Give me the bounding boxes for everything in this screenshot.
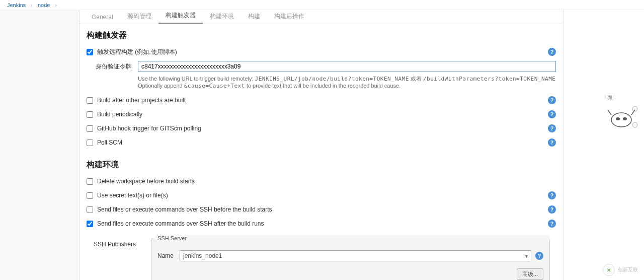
build-after-checkbox[interactable] (87, 97, 93, 104)
config-tabs: General 源码管理 构建触发器 构建环境 构建 构建后操作 (79, 10, 563, 24)
trigger-opt-row: GitHub hook trigger for GITScm polling ? (87, 123, 556, 133)
section-title-triggers: 构建触发器 (87, 30, 556, 41)
delete-workspace-checkbox[interactable] (87, 178, 93, 185)
section-title-env: 构建环境 (87, 160, 556, 170)
env-opt-row: Send files or execute commands over SSH … (87, 219, 556, 229)
left-sidebar (0, 10, 79, 280)
hint-url2: /buildWithParameters?token=TOKEN_NAME (423, 76, 556, 82)
build-periodically-label: Build periodically (97, 111, 556, 118)
ssh-before-label: Send files or execute commands over SSH … (97, 206, 556, 213)
section-env: 构建环境 Delete workspace before build start… (79, 154, 563, 280)
github-hook-checkbox[interactable] (87, 125, 93, 132)
help-icon[interactable]: ? (548, 124, 556, 132)
secret-text-checkbox[interactable] (87, 192, 93, 199)
breadcrumb-sep: › (29, 2, 35, 8)
tab-env[interactable]: 构建环境 (203, 9, 241, 24)
tab-build[interactable]: 构建 (241, 9, 267, 24)
tab-post[interactable]: 构建后操作 (267, 9, 311, 24)
brand-text: 创新互联 (618, 266, 638, 273)
trigger-opt-row: Poll SCM ? (87, 137, 556, 148)
delete-workspace-label: Delete workspace before build starts (97, 178, 556, 185)
help-icon[interactable]: ? (535, 252, 543, 260)
breadcrumb-item[interactable]: node (35, 2, 53, 8)
trigger-opt-row: Build periodically ? (87, 109, 556, 119)
advanced-button[interactable]: 高级... (517, 268, 543, 280)
hint-url: JENKINS_URL/job/node/build?token=TOKEN_N… (255, 76, 409, 82)
help-icon[interactable]: ? (548, 191, 556, 199)
ssh-after-checkbox[interactable] (87, 221, 93, 227)
poll-scm-checkbox[interactable] (87, 139, 93, 146)
hint2-tail: to provide text that will be included in… (247, 83, 400, 89)
trigger-remote-checkbox[interactable] (87, 49, 93, 55)
auth-token-input[interactable] (138, 61, 556, 72)
help-icon[interactable]: ? (548, 110, 556, 118)
ssh-server-fieldset: SSH Server Name jenkins_node1 ? 高级... (151, 239, 550, 280)
breadcrumb-root[interactable]: Jenkins (4, 2, 29, 8)
ssh-before-checkbox[interactable] (87, 206, 93, 213)
ssh-name-value: jenkins_node1 (183, 252, 222, 259)
hint2-text: Optionally append (138, 83, 184, 89)
env-opt-row: Delete workspace before build starts (87, 176, 556, 186)
ssh-publishers-label: SSH Publishers (94, 237, 149, 280)
breadcrumb: Jenkins › node › (0, 0, 644, 10)
auth-token-label: 身份验证令牌 (96, 62, 138, 71)
tab-general[interactable]: General (85, 11, 120, 24)
help-icon[interactable]: ? (548, 205, 556, 214)
tab-scm[interactable]: 源码管理 (120, 9, 158, 24)
build-periodically-checkbox[interactable] (87, 111, 93, 118)
env-opt-row: Send files or execute commands over SSH … (87, 204, 556, 215)
trigger-remote-label: 触发远程构建 (例如,使用脚本) (97, 48, 556, 56)
hint-text: Use the following URL to trigger build r… (138, 76, 255, 82)
env-opt-row: Use secret text(s) or file(s) ? (87, 190, 556, 200)
hint2-mono: &cause=Cause+Text (184, 83, 245, 89)
help-icon[interactable]: ? (548, 96, 556, 104)
secret-text-label: Use secret text(s) or file(s) (97, 192, 556, 199)
trigger-remote-row: 触发远程构建 (例如,使用脚本) ? (87, 47, 556, 57)
hint-or: 或者 (411, 76, 423, 82)
ssh-name-select[interactable]: jenkins_node1 (180, 250, 531, 261)
help-icon[interactable]: ? (548, 138, 556, 147)
ssh-after-label: Send files or execute commands over SSH … (97, 220, 556, 227)
trigger-opt-row: Build after other projects are built ? (87, 95, 556, 105)
brand-icon: ✕ (603, 264, 615, 276)
footer-logo: ✕ 创新互联 (603, 264, 638, 276)
poll-scm-label: Poll SCM (97, 139, 556, 146)
section-triggers: 构建触发器 触发远程构建 (例如,使用脚本) ? 身份验证令牌 Use the … (79, 24, 563, 154)
ssh-server-legend: SSH Server (155, 235, 549, 241)
build-after-label: Build after other projects are built (97, 97, 556, 104)
ssh-name-label: Name (157, 252, 180, 259)
help-icon[interactable]: ? (548, 48, 556, 56)
breadcrumb-sep: › (53, 2, 59, 8)
tab-triggers[interactable]: 构建触发器 (158, 8, 203, 24)
help-icon[interactable]: ? (548, 220, 556, 228)
github-hook-label: GitHub hook trigger for GITScm polling (97, 125, 556, 132)
